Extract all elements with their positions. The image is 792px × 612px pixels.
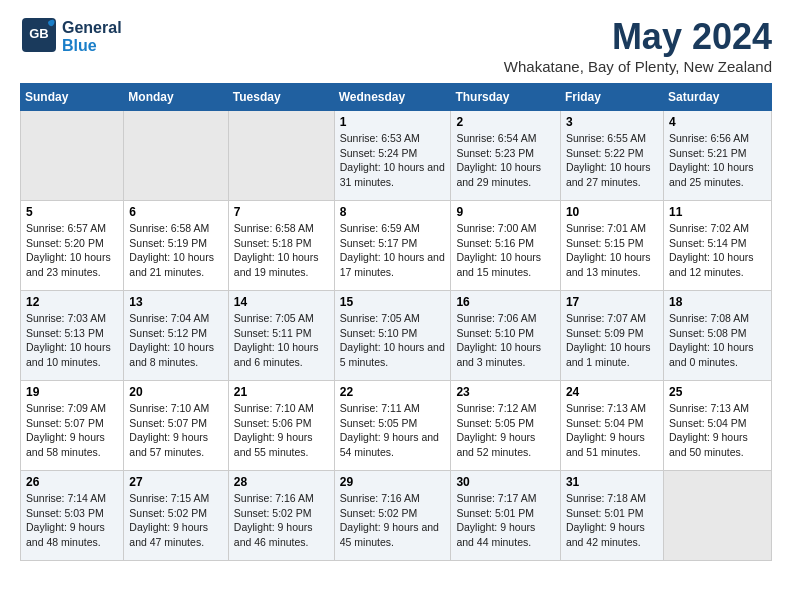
table-row: 23Sunrise: 7:12 AMSunset: 5:05 PMDayligh…: [451, 381, 561, 471]
day-number: 10: [566, 205, 658, 219]
day-number: 11: [669, 205, 766, 219]
table-row: 28Sunrise: 7:16 AMSunset: 5:02 PMDayligh…: [228, 471, 334, 561]
day-number: 17: [566, 295, 658, 309]
day-number: 28: [234, 475, 329, 489]
day-number: 7: [234, 205, 329, 219]
day-info: Sunrise: 7:10 AMSunset: 5:06 PMDaylight:…: [234, 401, 329, 460]
table-row: 9Sunrise: 7:00 AMSunset: 5:16 PMDaylight…: [451, 201, 561, 291]
header-saturday: Saturday: [663, 84, 771, 111]
day-number: 19: [26, 385, 118, 399]
day-number: 26: [26, 475, 118, 489]
day-info: Sunrise: 7:06 AMSunset: 5:10 PMDaylight:…: [456, 311, 555, 370]
table-row: 30Sunrise: 7:17 AMSunset: 5:01 PMDayligh…: [451, 471, 561, 561]
day-number: 21: [234, 385, 329, 399]
logo-blue: Blue: [62, 37, 122, 55]
table-row: [124, 111, 228, 201]
day-number: 30: [456, 475, 555, 489]
day-number: 6: [129, 205, 222, 219]
day-number: 29: [340, 475, 446, 489]
day-info: Sunrise: 7:17 AMSunset: 5:01 PMDaylight:…: [456, 491, 555, 550]
day-number: 14: [234, 295, 329, 309]
day-number: 25: [669, 385, 766, 399]
day-number: 15: [340, 295, 446, 309]
table-row: 2Sunrise: 6:54 AMSunset: 5:23 PMDaylight…: [451, 111, 561, 201]
table-row: 8Sunrise: 6:59 AMSunset: 5:17 PMDaylight…: [334, 201, 451, 291]
main-title: May 2024: [504, 16, 772, 58]
day-info: Sunrise: 7:08 AMSunset: 5:08 PMDaylight:…: [669, 311, 766, 370]
table-row: 31Sunrise: 7:18 AMSunset: 5:01 PMDayligh…: [560, 471, 663, 561]
table-row: 6Sunrise: 6:58 AMSunset: 5:19 PMDaylight…: [124, 201, 228, 291]
page-header: GB General Blue May 2024 Whakatane, Bay …: [20, 16, 772, 75]
day-info: Sunrise: 6:57 AMSunset: 5:20 PMDaylight:…: [26, 221, 118, 280]
header-monday: Monday: [124, 84, 228, 111]
day-info: Sunrise: 6:58 AMSunset: 5:18 PMDaylight:…: [234, 221, 329, 280]
day-info: Sunrise: 7:05 AMSunset: 5:11 PMDaylight:…: [234, 311, 329, 370]
day-number: 12: [26, 295, 118, 309]
table-row: 20Sunrise: 7:10 AMSunset: 5:07 PMDayligh…: [124, 381, 228, 471]
table-row: 29Sunrise: 7:16 AMSunset: 5:02 PMDayligh…: [334, 471, 451, 561]
calendar-table: Sunday Monday Tuesday Wednesday Thursday…: [20, 83, 772, 561]
day-info: Sunrise: 7:02 AMSunset: 5:14 PMDaylight:…: [669, 221, 766, 280]
logo-general: General: [62, 19, 122, 37]
day-info: Sunrise: 6:56 AMSunset: 5:21 PMDaylight:…: [669, 131, 766, 190]
day-info: Sunrise: 7:00 AMSunset: 5:16 PMDaylight:…: [456, 221, 555, 280]
day-info: Sunrise: 7:04 AMSunset: 5:12 PMDaylight:…: [129, 311, 222, 370]
table-row: 15Sunrise: 7:05 AMSunset: 5:10 PMDayligh…: [334, 291, 451, 381]
day-info: Sunrise: 7:05 AMSunset: 5:10 PMDaylight:…: [340, 311, 446, 370]
day-number: 20: [129, 385, 222, 399]
table-row: 26Sunrise: 7:14 AMSunset: 5:03 PMDayligh…: [21, 471, 124, 561]
header-friday: Friday: [560, 84, 663, 111]
title-block: May 2024 Whakatane, Bay of Plenty, New Z…: [504, 16, 772, 75]
day-info: Sunrise: 7:03 AMSunset: 5:13 PMDaylight:…: [26, 311, 118, 370]
day-info: Sunrise: 7:11 AMSunset: 5:05 PMDaylight:…: [340, 401, 446, 460]
day-number: 9: [456, 205, 555, 219]
table-row: 18Sunrise: 7:08 AMSunset: 5:08 PMDayligh…: [663, 291, 771, 381]
day-info: Sunrise: 7:14 AMSunset: 5:03 PMDaylight:…: [26, 491, 118, 550]
day-info: Sunrise: 7:12 AMSunset: 5:05 PMDaylight:…: [456, 401, 555, 460]
day-info: Sunrise: 7:13 AMSunset: 5:04 PMDaylight:…: [669, 401, 766, 460]
table-row: 22Sunrise: 7:11 AMSunset: 5:05 PMDayligh…: [334, 381, 451, 471]
day-number: 2: [456, 115, 555, 129]
header-thursday: Thursday: [451, 84, 561, 111]
day-info: Sunrise: 7:10 AMSunset: 5:07 PMDaylight:…: [129, 401, 222, 460]
subtitle: Whakatane, Bay of Plenty, New Zealand: [504, 58, 772, 75]
logo-icon: GB: [20, 16, 58, 54]
day-info: Sunrise: 7:16 AMSunset: 5:02 PMDaylight:…: [340, 491, 446, 550]
table-row: 21Sunrise: 7:10 AMSunset: 5:06 PMDayligh…: [228, 381, 334, 471]
table-row: 4Sunrise: 6:56 AMSunset: 5:21 PMDaylight…: [663, 111, 771, 201]
day-number: 16: [456, 295, 555, 309]
day-info: Sunrise: 7:13 AMSunset: 5:04 PMDaylight:…: [566, 401, 658, 460]
table-row: [21, 111, 124, 201]
table-row: 7Sunrise: 6:58 AMSunset: 5:18 PMDaylight…: [228, 201, 334, 291]
header-tuesday: Tuesday: [228, 84, 334, 111]
table-row: 1Sunrise: 6:53 AMSunset: 5:24 PMDaylight…: [334, 111, 451, 201]
table-row: 13Sunrise: 7:04 AMSunset: 5:12 PMDayligh…: [124, 291, 228, 381]
calendar-body: 1Sunrise: 6:53 AMSunset: 5:24 PMDaylight…: [21, 111, 772, 561]
table-row: 24Sunrise: 7:13 AMSunset: 5:04 PMDayligh…: [560, 381, 663, 471]
day-info: Sunrise: 6:54 AMSunset: 5:23 PMDaylight:…: [456, 131, 555, 190]
logo: GB General Blue: [20, 16, 122, 58]
table-row: 3Sunrise: 6:55 AMSunset: 5:22 PMDaylight…: [560, 111, 663, 201]
day-info: Sunrise: 6:59 AMSunset: 5:17 PMDaylight:…: [340, 221, 446, 280]
table-row: 17Sunrise: 7:07 AMSunset: 5:09 PMDayligh…: [560, 291, 663, 381]
table-row: 16Sunrise: 7:06 AMSunset: 5:10 PMDayligh…: [451, 291, 561, 381]
table-row: 25Sunrise: 7:13 AMSunset: 5:04 PMDayligh…: [663, 381, 771, 471]
day-info: Sunrise: 7:18 AMSunset: 5:01 PMDaylight:…: [566, 491, 658, 550]
day-number: 3: [566, 115, 658, 129]
svg-text:GB: GB: [29, 26, 49, 41]
day-number: 18: [669, 295, 766, 309]
day-info: Sunrise: 7:09 AMSunset: 5:07 PMDaylight:…: [26, 401, 118, 460]
table-row: 11Sunrise: 7:02 AMSunset: 5:14 PMDayligh…: [663, 201, 771, 291]
day-number: 24: [566, 385, 658, 399]
day-number: 5: [26, 205, 118, 219]
day-number: 8: [340, 205, 446, 219]
day-info: Sunrise: 7:01 AMSunset: 5:15 PMDaylight:…: [566, 221, 658, 280]
day-info: Sunrise: 7:16 AMSunset: 5:02 PMDaylight:…: [234, 491, 329, 550]
header-wednesday: Wednesday: [334, 84, 451, 111]
day-info: Sunrise: 7:15 AMSunset: 5:02 PMDaylight:…: [129, 491, 222, 550]
day-info: Sunrise: 7:07 AMSunset: 5:09 PMDaylight:…: [566, 311, 658, 370]
calendar-header: Sunday Monday Tuesday Wednesday Thursday…: [21, 84, 772, 111]
table-row: 14Sunrise: 7:05 AMSunset: 5:11 PMDayligh…: [228, 291, 334, 381]
day-number: 27: [129, 475, 222, 489]
header-sunday: Sunday: [21, 84, 124, 111]
